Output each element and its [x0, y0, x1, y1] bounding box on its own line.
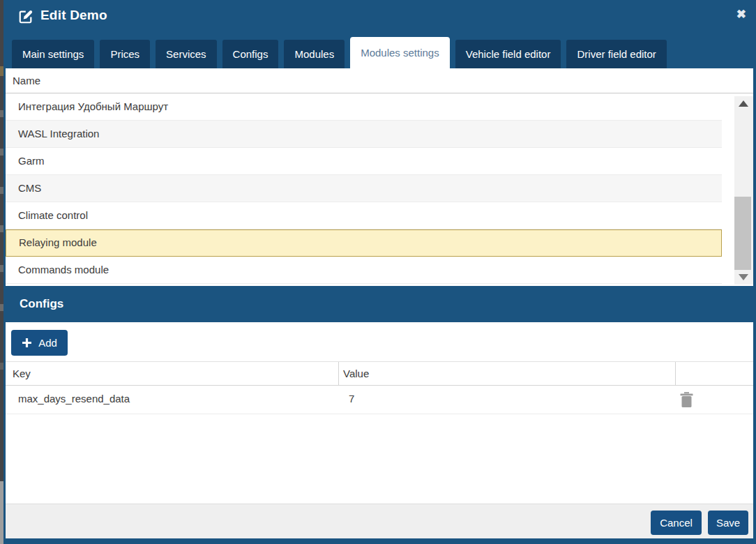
save-button[interactable]: Save	[708, 511, 748, 535]
scroll-up-icon[interactable]	[739, 100, 748, 107]
screen: Edit Demo ✖ Main settings Prices Service…	[0, 0, 756, 544]
tab-modules[interactable]: Modules	[284, 40, 345, 68]
modal-footer: Cancel Save	[6, 504, 753, 538]
config-table-header: Key Value	[6, 361, 753, 386]
list-item-commands-module[interactable]: Commands module	[6, 257, 722, 284]
list-item-cms[interactable]: CMS	[6, 175, 722, 202]
tab-modules-settings[interactable]: Modules settings	[350, 37, 450, 68]
modal-titlebar: Edit Demo ✖	[3, 0, 756, 40]
config-key-cell: max_days_resend_data	[18, 393, 130, 405]
scroll-down-icon[interactable]	[739, 274, 748, 280]
tab-configs[interactable]: Configs	[222, 40, 279, 68]
list-item-wasl-integration[interactable]: WASL Integration	[6, 121, 722, 148]
config-table-row: max_days_resend_data 7	[6, 386, 753, 414]
modal-title: Edit Demo	[40, 8, 107, 23]
tab-vehicle-field-editor[interactable]: Vehicle field editor	[455, 40, 561, 68]
list-item-climate-control[interactable]: Climate control	[6, 202, 722, 229]
column-header-key: Key	[6, 362, 338, 385]
delete-config-button[interactable]	[677, 391, 695, 409]
cancel-button[interactable]: Cancel	[651, 511, 702, 535]
list-item-integration-udobny-marshrut[interactable]: Интеграция Удобный Маршрут	[6, 93, 722, 121]
column-header-value: Value	[338, 362, 675, 385]
list-item-garm[interactable]: Garm	[6, 148, 722, 175]
edit-modal: Edit Demo ✖ Main settings Prices Service…	[3, 0, 756, 544]
edit-icon	[18, 9, 33, 24]
add-config-button[interactable]: Add	[11, 330, 68, 356]
add-button-label: Add	[38, 337, 57, 349]
tab-services[interactable]: Services	[156, 40, 217, 68]
close-icon[interactable]: ✖	[736, 7, 746, 22]
list-scrollbar[interactable]	[734, 96, 753, 285]
module-list-header: Name	[6, 68, 753, 93]
trash-icon	[680, 400, 693, 410]
scrollbar-thumb[interactable]	[734, 197, 751, 270]
config-value-cell: 7	[349, 393, 354, 405]
list-item-relaying-module[interactable]: Relaying module	[6, 229, 722, 257]
plus-icon	[22, 338, 32, 348]
module-list: Интеграция Удобный Маршрут WASL Integrat…	[6, 93, 722, 284]
tab-driver-field-editor[interactable]: Driver field editor	[566, 40, 666, 68]
column-header-actions	[675, 362, 753, 385]
tab-bar: Main settings Prices Services Configs Mo…	[12, 40, 667, 68]
tab-prices[interactable]: Prices	[100, 40, 150, 68]
configs-section-header: Configs	[6, 286, 753, 322]
tab-content: Name Интеграция Удобный Маршрут WASL Int…	[6, 68, 753, 538]
tab-main-settings[interactable]: Main settings	[12, 40, 94, 68]
